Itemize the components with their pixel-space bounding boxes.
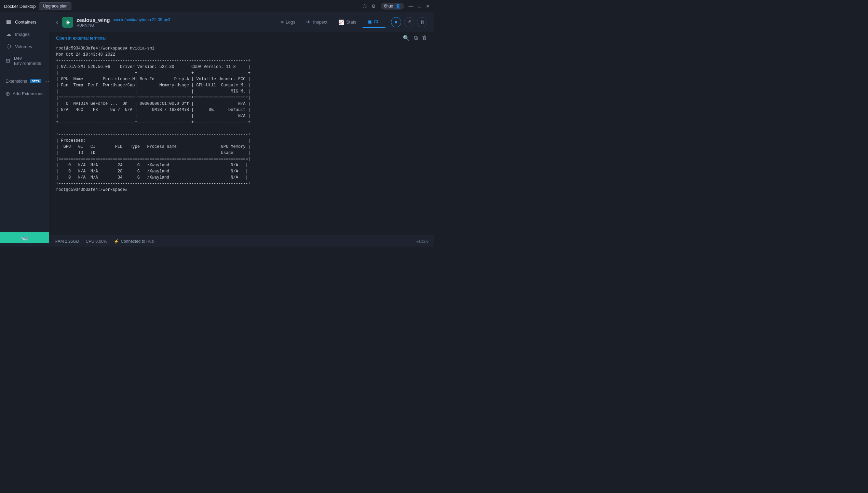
user-badge[interactable]: 6huo 👤: [381, 3, 404, 10]
settings-icon[interactable]: ⚙: [371, 3, 376, 9]
restart-icon: ↺: [407, 19, 411, 25]
sidebar-item-label: Containers: [15, 19, 37, 25]
container-icon: ◈: [62, 17, 73, 28]
sidebar-docker-icon: 🐳: [0, 232, 49, 243]
hub-status: ⚡ Connected to Hub: [114, 239, 154, 244]
maximize-button[interactable]: □: [418, 3, 421, 9]
back-button[interactable]: ‹: [56, 18, 58, 26]
close-button[interactable]: ✕: [426, 3, 430, 9]
stop-button[interactable]: ■: [391, 17, 401, 27]
window-controls: — □ ✕: [409, 3, 430, 9]
sidebar: ▦ Containers ☁ Images ⬡ Volumes ⊞ Dev En…: [0, 12, 49, 246]
trash-icon: 🗑: [420, 19, 424, 25]
tab-navigation: ≡ Logs 👁 Inspect 📈 Stats ▣ CLI: [276, 16, 385, 28]
version-label: v4.12.0: [416, 239, 429, 243]
restart-button[interactable]: ↺: [404, 17, 414, 27]
terminal-output[interactable]: root@c59340b3afe4:/workspace# nvidia-smi…: [49, 44, 434, 236]
extensions-icon[interactable]: ⬡: [363, 3, 367, 9]
sidebar-item-volumes[interactable]: ⬡ Volumes: [0, 40, 49, 53]
container-icon-symbol: ◈: [66, 19, 70, 25]
user-avatar-icon: 👤: [395, 4, 401, 9]
upgrade-button[interactable]: Upgrade plan: [39, 2, 71, 10]
search-icon[interactable]: 🔍: [403, 35, 410, 41]
open-external-terminal-link[interactable]: Open in external terminal: [56, 36, 106, 41]
sidebar-item-label: Volumes: [15, 44, 32, 49]
ram-usage: RAM 2.25GB: [55, 239, 79, 244]
copy-icon[interactable]: ⧉: [414, 35, 418, 41]
delete-button[interactable]: 🗑: [417, 17, 427, 27]
sidebar-item-label: Dev Environments: [14, 56, 44, 66]
docker-whale-icon: 🐳: [21, 234, 29, 242]
cli-icon: ▣: [367, 19, 372, 25]
statusbar: RAM 2.25GB CPU 0.00% ⚡ Connected to Hub …: [49, 236, 434, 246]
tab-cli-label: CLI: [374, 19, 381, 24]
containers-icon: ▦: [5, 19, 12, 25]
sidebar-item-images[interactable]: ☁ Images: [0, 28, 49, 40]
cpu-usage: CPU 0.00%: [86, 239, 107, 244]
extensions-label: Extensions: [5, 79, 27, 84]
titlebar-left: Docker Desktop Upgrade plan: [4, 2, 71, 10]
container-action-buttons: ■ ↺ 🗑: [391, 17, 427, 27]
sidebar-item-dev-environments[interactable]: ⊞ Dev Environments: [0, 53, 49, 69]
clear-icon[interactable]: 🗑: [422, 35, 427, 41]
volumes-icon: ⬡: [5, 43, 12, 50]
content-area: ‹ ◈ zealous_wing nvcr.io/nvidia/pytorch:…: [49, 12, 434, 246]
sidebar-item-label: Images: [15, 32, 30, 37]
add-extensions-button[interactable]: ⊕ Add Extensions: [0, 87, 49, 100]
container-status: RUNNING: [77, 23, 170, 27]
lightning-icon: ⚡: [114, 239, 119, 244]
beta-badge: BETA: [30, 79, 42, 83]
container-image[interactable]: nvcr.io/nvidia/pytorch:22.09-py3: [113, 17, 171, 22]
tab-logs-label: Logs: [286, 19, 295, 25]
add-extensions-label: Add Extensions: [13, 91, 43, 96]
terminal-toolbar: Open in external terminal 🔍 ⧉ 🗑: [49, 32, 434, 44]
sidebar-extensions-section[interactable]: Extensions BETA ⋯: [0, 75, 49, 87]
inspect-icon: 👁: [306, 19, 311, 25]
container-header: ‹ ◈ zealous_wing nvcr.io/nvidia/pytorch:…: [49, 12, 434, 32]
tab-logs[interactable]: ≡ Logs: [276, 17, 300, 28]
tab-cli[interactable]: ▣ CLI: [363, 16, 385, 28]
tab-stats[interactable]: 📈 Stats: [334, 17, 361, 28]
images-icon: ☁: [5, 31, 12, 37]
titlebar: Docker Desktop Upgrade plan ⬡ ⚙ 6huo 👤 —…: [0, 0, 434, 12]
sidebar-item-containers[interactable]: ▦ Containers: [0, 16, 49, 28]
tab-stats-label: Stats: [346, 19, 356, 25]
terminal-actions: 🔍 ⧉ 🗑: [403, 35, 427, 41]
minimize-button[interactable]: —: [409, 3, 413, 9]
container-name: zealous_wing: [77, 17, 110, 23]
statusbar-left: RAM 2.25GB CPU 0.00% ⚡ Connected to Hub: [55, 239, 154, 244]
logs-icon: ≡: [281, 19, 284, 25]
hub-label: Connected to Hub: [121, 239, 154, 244]
username: 6huo: [384, 4, 393, 9]
sidebar-divider: [0, 72, 49, 72]
main-layout: ▦ Containers ☁ Images ⬡ Volumes ⊞ Dev En…: [0, 12, 434, 246]
titlebar-right: ⬡ ⚙ 6huo 👤 — □ ✕: [363, 3, 430, 10]
stats-icon: 📈: [338, 19, 344, 25]
tab-inspect[interactable]: 👁 Inspect: [301, 17, 332, 28]
app-name: Docker Desktop: [4, 4, 36, 9]
terminal-wrapper: Open in external terminal 🔍 ⧉ 🗑 root@c59…: [49, 32, 434, 236]
stop-icon: ■: [395, 19, 397, 25]
container-info: zealous_wing nvcr.io/nvidia/pytorch:22.0…: [77, 17, 170, 27]
add-icon: ⊕: [5, 90, 10, 97]
tab-inspect-label: Inspect: [313, 19, 327, 25]
container-name-row: zealous_wing nvcr.io/nvidia/pytorch:22.0…: [77, 17, 170, 23]
dev-env-icon: ⊞: [5, 58, 11, 64]
